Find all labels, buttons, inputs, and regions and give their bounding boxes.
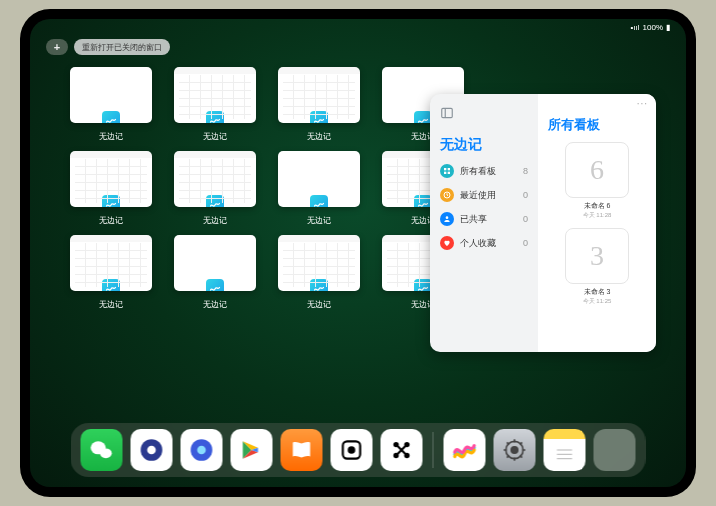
svg-point-7 bbox=[446, 216, 449, 219]
sidebar-item-grid[interactable]: 所有看板8 bbox=[440, 164, 528, 178]
window-label: 无边记 bbox=[307, 215, 331, 226]
board-date: 今天 11:25 bbox=[552, 297, 642, 306]
svg-rect-2 bbox=[444, 168, 446, 170]
dock-app-play[interactable] bbox=[231, 429, 273, 471]
battery-icon: ▮ bbox=[666, 23, 670, 32]
dock-app-wechat[interactable] bbox=[81, 429, 123, 471]
board-preview: 6 bbox=[565, 142, 629, 198]
clock-icon bbox=[440, 188, 454, 202]
app-switcher-grid: 无边记无边记无边记无边记无边记无边记无边记无边记无边记无边记无边记无边记 bbox=[68, 67, 466, 311]
window-preview bbox=[278, 235, 360, 291]
screen: •ııl 100% ▮ + 重新打开已关闭的窗口 无边记无边记无边记无边记无边记… bbox=[30, 19, 686, 487]
window-label: 无边记 bbox=[307, 299, 331, 310]
sidebar-item-share[interactable]: 已共享0 bbox=[440, 212, 528, 226]
sidebar-item-count: 8 bbox=[523, 166, 528, 176]
board-preview: 3 bbox=[565, 228, 629, 284]
board-name: 未命名 6 bbox=[552, 201, 642, 211]
window-label: 无边记 bbox=[99, 215, 123, 226]
window-preview bbox=[70, 235, 152, 291]
dock-app-freeform[interactable] bbox=[444, 429, 486, 471]
svg-rect-0 bbox=[442, 108, 453, 117]
new-window-button[interactable]: + bbox=[46, 39, 68, 55]
window-preview bbox=[278, 67, 360, 123]
freeform-app-icon bbox=[206, 111, 224, 123]
sidebar-item-count: 0 bbox=[523, 238, 528, 248]
window-thumbnail[interactable]: 无边记 bbox=[172, 235, 258, 311]
svg-point-13 bbox=[197, 446, 206, 455]
sidebar-item-heart[interactable]: 个人收藏0 bbox=[440, 236, 528, 250]
sidebar-item-label: 所有看板 bbox=[460, 165, 517, 178]
svg-rect-4 bbox=[444, 172, 446, 174]
window-thumbnail[interactable]: 无边记 bbox=[276, 151, 362, 227]
status-bar: •ııl 100% ▮ bbox=[631, 23, 671, 32]
sidebar-right: ··· 所有看板 6未命名 6今天 11:283未命名 3今天 11:25 bbox=[538, 94, 656, 352]
window-label: 无边记 bbox=[203, 215, 227, 226]
window-label: 无边记 bbox=[99, 299, 123, 310]
heart-icon bbox=[440, 236, 454, 250]
dock-app-dots[interactable] bbox=[381, 429, 423, 471]
dock-app-folder[interactable] bbox=[594, 429, 636, 471]
window-preview bbox=[174, 235, 256, 291]
dock-app-books[interactable] bbox=[281, 429, 323, 471]
more-button[interactable]: ··· bbox=[637, 98, 648, 109]
board-thumbnail[interactable]: 6未命名 6今天 11:28 bbox=[552, 142, 642, 220]
window-thumbnail[interactable]: 无边记 bbox=[276, 67, 362, 143]
window-label: 无边记 bbox=[203, 131, 227, 142]
sidebar-left: 无边记 所有看板8最近使用0已共享0个人收藏0 bbox=[430, 94, 538, 352]
freeform-app-icon bbox=[310, 279, 328, 291]
window-thumbnail[interactable]: 无边记 bbox=[172, 67, 258, 143]
sidebar-item-count: 0 bbox=[523, 190, 528, 200]
freeform-app-icon bbox=[206, 279, 224, 291]
window-thumbnail[interactable]: 无边记 bbox=[68, 235, 154, 311]
freeform-app-icon bbox=[102, 195, 120, 207]
dock bbox=[71, 423, 646, 477]
share-icon bbox=[440, 212, 454, 226]
grid-icon bbox=[440, 164, 454, 178]
dock-app-quark[interactable] bbox=[181, 429, 223, 471]
board-date: 今天 11:28 bbox=[552, 211, 642, 220]
dock-app-settings[interactable] bbox=[494, 429, 536, 471]
top-controls: + 重新打开已关闭的窗口 bbox=[46, 39, 170, 55]
freeform-app-icon bbox=[206, 195, 224, 207]
svg-rect-5 bbox=[448, 172, 450, 174]
window-thumbnail[interactable]: 无边记 bbox=[68, 67, 154, 143]
freeform-app-icon bbox=[102, 111, 120, 123]
window-thumbnail[interactable]: 无边记 bbox=[172, 151, 258, 227]
svg-rect-3 bbox=[448, 168, 450, 170]
freeform-app-icon bbox=[310, 195, 328, 207]
boards-title: 所有看板 bbox=[548, 116, 646, 134]
svg-point-11 bbox=[147, 446, 156, 455]
sidebar-item-label: 个人收藏 bbox=[460, 237, 517, 250]
window-label: 无边记 bbox=[307, 131, 331, 142]
svg-point-9 bbox=[100, 448, 112, 458]
freeform-sidebar-panel[interactable]: 无边记 所有看板8最近使用0已共享0个人收藏0 ··· 所有看板 6未命名 6今… bbox=[430, 94, 656, 352]
dock-separator bbox=[433, 432, 434, 468]
board-name: 未命名 3 bbox=[552, 287, 642, 297]
window-preview bbox=[174, 67, 256, 123]
sidebar-title: 无边记 bbox=[440, 136, 528, 154]
sidebar-item-label: 已共享 bbox=[460, 213, 517, 226]
window-label: 无边记 bbox=[203, 299, 227, 310]
svg-point-15 bbox=[349, 447, 354, 452]
sidebar-item-label: 最近使用 bbox=[460, 189, 517, 202]
window-preview bbox=[70, 151, 152, 207]
sidebar-toggle-icon[interactable] bbox=[440, 106, 454, 120]
battery-percent: 100% bbox=[643, 23, 663, 32]
freeform-app-icon bbox=[310, 111, 328, 123]
window-thumbnail[interactable]: 无边记 bbox=[276, 235, 362, 311]
dock-app-quark-hd[interactable] bbox=[131, 429, 173, 471]
board-thumbnail[interactable]: 3未命名 3今天 11:25 bbox=[552, 228, 642, 306]
dock-app-notes[interactable] bbox=[544, 429, 586, 471]
ipad-frame: •ııl 100% ▮ + 重新打开已关闭的窗口 无边记无边记无边记无边记无边记… bbox=[20, 9, 696, 497]
reopen-closed-window-button[interactable]: 重新打开已关闭的窗口 bbox=[74, 39, 170, 55]
sidebar-item-count: 0 bbox=[523, 214, 528, 224]
freeform-app-icon bbox=[102, 279, 120, 291]
dock-app-dice[interactable] bbox=[331, 429, 373, 471]
signal-icon: •ııl bbox=[631, 23, 640, 32]
window-label: 无边记 bbox=[99, 131, 123, 142]
svg-point-23 bbox=[511, 447, 518, 454]
sidebar-item-clock[interactable]: 最近使用0 bbox=[440, 188, 528, 202]
window-thumbnail[interactable]: 无边记 bbox=[68, 151, 154, 227]
window-preview bbox=[278, 151, 360, 207]
window-preview bbox=[174, 151, 256, 207]
